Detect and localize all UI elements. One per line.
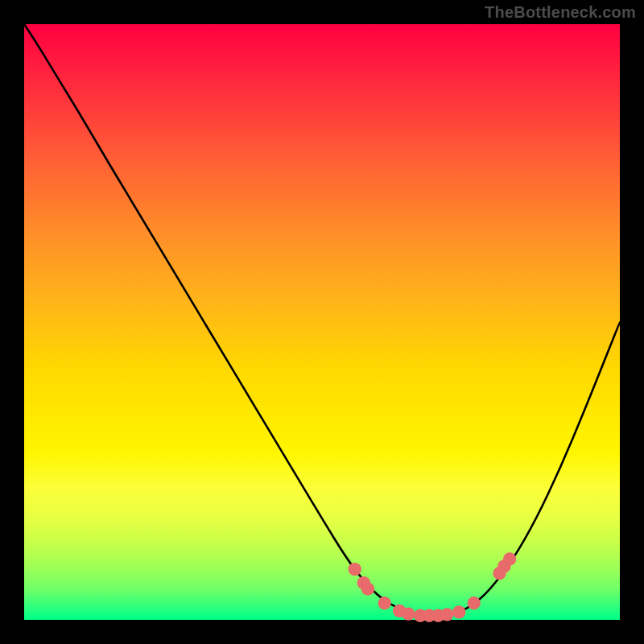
bottleneck-curve	[24, 24, 620, 617]
attribution-label: TheBottleneck.com	[485, 3, 636, 22]
plot-area	[24, 24, 620, 620]
curve-marker	[361, 582, 374, 595]
curve-marker	[440, 608, 453, 621]
chart-stage: TheBottleneck.com	[0, 0, 644, 644]
curve-marker	[503, 552, 516, 565]
curve-marker	[402, 607, 415, 620]
curve-layer	[24, 24, 620, 620]
curve-marker	[468, 597, 481, 609]
curve-marker	[349, 563, 361, 576]
curve-marker	[452, 605, 465, 618]
curve-marker	[378, 597, 391, 609]
